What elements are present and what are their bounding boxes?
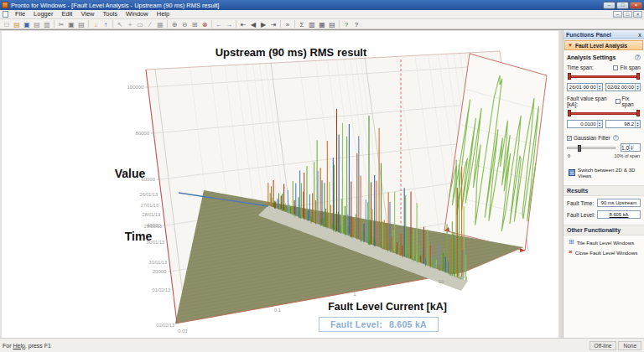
menu-item-edit[interactable]: Edit: [57, 10, 76, 18]
gaussian-scale-row: 0 10% of span: [564, 153, 644, 160]
menu-item-tools[interactable]: Tools: [99, 10, 122, 18]
toolbar-separator: [280, 20, 281, 28]
maximize-button[interactable]: □: [616, 2, 629, 9]
fault-from-value[interactable]: 0.0100: [568, 122, 597, 127]
zoom-out-icon[interactable]: ⊖: [179, 19, 190, 28]
mdi-close-button[interactable]: ×: [633, 11, 642, 18]
forward-icon[interactable]: →: [224, 19, 234, 28]
time-to-spinbox[interactable]: 02/02 00:00 ▴▾: [605, 83, 641, 91]
fit-icon[interactable]: ▭: [135, 19, 145, 28]
svg-text:29/01/13: 29/01/13: [144, 224, 162, 229]
panel-close-icon[interactable]: x: [638, 32, 641, 38]
spinner-icon[interactable]: ▴▾: [597, 121, 602, 127]
gaussian-slider-row: 1.0 ▴▾: [564, 142, 644, 153]
analysis-settings-label: Analysis Settings: [567, 54, 615, 60]
mdi-minimize-button[interactable]: –: [613, 11, 622, 18]
tile-windows-label: Tile Fault Level Windows: [577, 240, 635, 246]
time-span-slider-handle-right[interactable]: [636, 73, 640, 80]
fault-to-value[interactable]: 98.2: [606, 122, 636, 127]
x-axis-title: Fault Level Current [kA]: [328, 301, 447, 313]
print-preview-icon[interactable]: ▥: [42, 19, 52, 28]
gaussian-value[interactable]: 1.0: [621, 145, 629, 151]
select-icon[interactable]: ↖: [115, 19, 125, 28]
spinner-icon[interactable]: ▴▾: [597, 84, 602, 91]
time-from-spinbox[interactable]: 26/01 00:00 ▴▾: [567, 83, 603, 91]
fault-time-value: 90 ms Upstream: [597, 199, 641, 207]
import-icon[interactable]: ↓: [91, 19, 101, 28]
time-from-value[interactable]: 26/01 00:00: [568, 85, 597, 90]
svg-text:20000: 20000: [153, 269, 167, 274]
fault-span-slider-handle-left[interactable]: [568, 110, 571, 116]
chart-icon[interactable]: ▦: [155, 19, 165, 28]
fault-span-slider[interactable]: [568, 110, 640, 116]
fault-level-readout: Fault Level: 8.605 kA: [319, 317, 439, 332]
fault-level-chart[interactable]: 100000800006000040000200000.010.111026/0…: [2, 31, 558, 338]
fault-span-slider-handle-right[interactable]: [636, 110, 640, 116]
cut-icon[interactable]: ✂: [56, 19, 66, 28]
help-icon[interactable]: ?: [613, 135, 619, 141]
fault-level-value[interactable]: 8.605 kA: [597, 210, 641, 219]
export-icon[interactable]: ↑: [101, 19, 111, 28]
zoom-reset-icon[interactable]: ⊗: [200, 19, 210, 28]
close-button[interactable]: ×: [630, 2, 642, 9]
minimize-button[interactable]: –: [603, 2, 615, 9]
gaussian-value-spinbox[interactable]: 1.0 ▴▾: [621, 143, 641, 152]
switch-2d-3d-button[interactable]: 3D Switch between 2D & 3D Views: [567, 165, 641, 180]
grid-icon[interactable]: ▦: [317, 19, 327, 28]
last-icon[interactable]: ⇥: [268, 19, 278, 28]
fault-level-analysis-section[interactable]: ▼ Fault Level Analysis: [564, 40, 643, 50]
gaussian-filter-checkbox[interactable]: ✓: [567, 136, 572, 141]
tile-windows-button[interactable]: ⊞ Tile Fault Level Windows: [564, 236, 644, 246]
gaussian-max-label: 10% of span: [614, 153, 640, 158]
value-axis-title: Value: [115, 167, 146, 180]
fault-span-slider-track[interactable]: [568, 112, 640, 115]
open-icon[interactable]: ▤: [12, 19, 22, 28]
spinner-icon[interactable]: ▴▾: [635, 121, 640, 127]
document-icon[interactable]: [3, 11, 8, 18]
time-fix-span-checkbox[interactable]: [613, 65, 618, 70]
menu-item-file[interactable]: File: [11, 10, 29, 18]
first-icon[interactable]: ⇤: [238, 19, 248, 28]
back-icon[interactable]: ←: [214, 19, 224, 28]
sum-icon[interactable]: Σ: [297, 19, 307, 28]
gaussian-slider-handle[interactable]: [578, 145, 581, 152]
close-windows-button[interactable]: × Close Fault Level Windows: [564, 246, 644, 256]
paste-icon[interactable]: ▤: [76, 19, 86, 28]
time-span-slider-handle-left[interactable]: [568, 73, 571, 80]
time-span-slider-track[interactable]: [568, 75, 640, 78]
spinner-icon[interactable]: ▴▾: [629, 144, 634, 151]
save-icon[interactable]: ▣: [22, 19, 32, 28]
fault-from-spinbox[interactable]: 0.0100 ▴▾: [567, 120, 603, 128]
mdi-restore-button[interactable]: □: [623, 11, 632, 18]
statistics-icon[interactable]: ▥: [307, 19, 317, 28]
new-icon[interactable]: □: [2, 19, 12, 28]
gaussian-slider[interactable]: [567, 147, 615, 149]
help-icon[interactable]: ?: [341, 19, 351, 28]
fault-to-spinbox[interactable]: 98.2 ▴▾: [605, 120, 641, 128]
jump-icon[interactable]: »: [283, 19, 293, 28]
print-icon[interactable]: ▤: [32, 19, 42, 28]
draw-icon[interactable]: ∕: [145, 19, 155, 28]
zoom-in-icon[interactable]: ⊕: [169, 19, 179, 28]
next-icon[interactable]: ▶: [258, 19, 268, 28]
pan-icon[interactable]: +: [125, 19, 135, 28]
table-icon[interactable]: ▤: [327, 19, 337, 28]
fault-level-row: Fault Level: 8.605 kA: [564, 208, 644, 220]
time-span-label: Time span:: [567, 65, 594, 70]
menu-item-view[interactable]: View: [76, 10, 98, 18]
help-icon[interactable]: ?: [635, 54, 641, 60]
previous-icon[interactable]: ◀: [248, 19, 258, 28]
fault-fix-span-checkbox[interactable]: [615, 99, 621, 104]
fault-span-label: Fault value span [kA]:: [567, 96, 615, 107]
menu-item-logger[interactable]: Logger: [29, 10, 57, 18]
copy-icon[interactable]: ▣: [66, 19, 76, 28]
zoom-window-icon[interactable]: ⊞: [190, 19, 200, 28]
svg-text:02/02/13: 02/02/13: [157, 323, 174, 328]
time-span-slider[interactable]: [568, 73, 640, 80]
fault-level-readout-value: 8.605 kA: [389, 319, 427, 329]
menu-item-help[interactable]: Help: [153, 10, 174, 18]
time-to-value[interactable]: 02/02 00:00: [606, 85, 636, 90]
context-help-icon[interactable]: ?: [351, 19, 361, 28]
menu-item-window[interactable]: Window: [122, 10, 153, 18]
spinner-icon[interactable]: ▴▾: [635, 84, 640, 91]
